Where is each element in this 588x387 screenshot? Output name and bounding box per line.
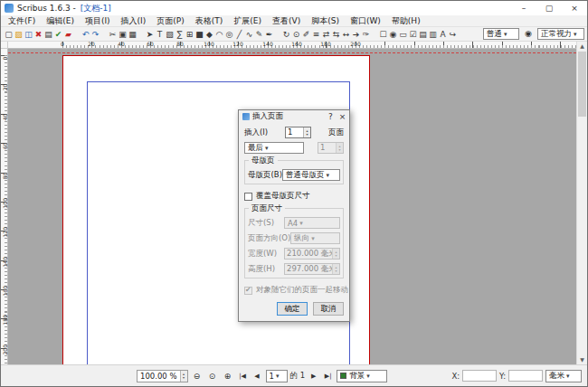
ruler-number: 100 <box>2 202 8 209</box>
ruler-origin-corner[interactable] <box>1 42 8 49</box>
window-controls: – ▢ × <box>511 1 587 15</box>
vertical-scrollbar[interactable]: ▲ ▼ <box>576 42 587 364</box>
menu-item[interactable]: 脚本(S) <box>306 15 345 27</box>
dialog-help-button[interactable]: ? <box>325 110 337 123</box>
dialog-title: 插入页面 <box>252 111 325 122</box>
current-page-select[interactable]: 1 <box>266 370 288 382</box>
zoom-level-value: 100.00 % <box>138 371 180 382</box>
scrollbar-thumb[interactable] <box>578 52 586 117</box>
zoom-in-icon[interactable]: ⊕ <box>222 370 234 382</box>
horizontal-ruler[interactable]: 020406080100120140160180200 <box>8 42 576 49</box>
insert-image-frame-icon[interactable]: ▧ <box>165 28 175 41</box>
redo-icon[interactable]: ↷ <box>90 28 100 41</box>
unlink-text-frames-icon[interactable]: ⇆ <box>331 28 341 41</box>
insert-line-icon[interactable]: ╱ <box>234 28 244 41</box>
position-select[interactable]: 最后 <box>244 142 304 154</box>
ok-button[interactable]: 确定 <box>277 302 308 316</box>
preflight-verifier-icon[interactable]: ✔ <box>53 28 63 41</box>
layer-select[interactable]: 背景 <box>337 370 387 382</box>
scroll-down-icon[interactable]: ▼ <box>577 355 587 364</box>
dialog-close-button[interactable]: × <box>337 110 348 123</box>
cancel-button[interactable]: 取消 <box>313 302 344 316</box>
close-button[interactable]: × <box>562 1 587 15</box>
story-editor-icon[interactable]: ≡ <box>311 28 321 41</box>
menu-item[interactable]: 扩展(E) <box>228 15 267 27</box>
size-value: A4 <box>288 219 298 228</box>
select-item-icon[interactable]: ➤ <box>145 28 155 41</box>
spinner-arrows-icon <box>332 249 339 259</box>
unit-select[interactable]: 毫米 <box>545 370 582 382</box>
statusbar-right: X: Y: 毫米 <box>451 370 582 382</box>
previous-page-button[interactable]: ◀ <box>251 370 263 382</box>
vision-defect-select[interactable]: 正常视力 <box>537 28 584 40</box>
copy-icon[interactable]: ▣ <box>118 28 128 41</box>
save-document-icon[interactable]: ◫ <box>24 28 33 41</box>
menu-item[interactable]: 查看(V) <box>267 15 306 27</box>
menu-item[interactable]: 页面(P) <box>151 15 189 27</box>
zoom-100-icon[interactable]: ⊙ <box>206 370 219 382</box>
next-page-button[interactable]: ▶ <box>308 370 319 382</box>
close-document-icon[interactable]: ✖ <box>33 28 43 41</box>
pdf-link-annotation-icon[interactable]: ↪ <box>448 28 458 41</box>
menu-item[interactable]: 帮助(H) <box>386 15 426 27</box>
maximize-button[interactable]: ▢ <box>536 1 562 15</box>
insert-bezier-icon[interactable]: ∿ <box>244 28 254 41</box>
measurements-icon[interactable]: ↔ <box>341 28 351 41</box>
menu-item[interactable]: 文件(F) <box>3 15 41 27</box>
menu-item[interactable]: 项目(I) <box>80 15 116 27</box>
paste-icon[interactable]: ▦ <box>128 28 138 41</box>
copy-item-properties-icon[interactable]: ➔ <box>351 28 361 41</box>
dialog-titlebar[interactable]: 插入页面 ? × <box>239 110 349 123</box>
insert-calligraphic-icon[interactable]: ✒ <box>264 28 274 41</box>
pdf-radio-button-icon[interactable]: ◉ <box>388 28 398 41</box>
last-page-button[interactable]: ▶| <box>322 370 334 382</box>
minimize-button[interactable]: – <box>511 1 536 15</box>
menu-item[interactable]: 编辑(E) <box>41 15 80 27</box>
first-page-button[interactable]: |◀ <box>237 370 249 382</box>
menu-item[interactable]: 表格(T) <box>190 15 229 27</box>
image-quality-select[interactable]: 普通 <box>483 28 519 40</box>
ruler-number: 180 <box>2 318 8 326</box>
zoom-level-spinner[interactable]: 100.00 % <box>137 370 188 382</box>
insert-render-frame-icon[interactable]: ∑ <box>175 28 185 41</box>
edit-contents-icon[interactable]: ✐ <box>301 28 311 41</box>
open-document-icon[interactable]: ▨ <box>14 28 24 41</box>
insert-text-frame-icon[interactable]: T <box>155 28 165 41</box>
pdf-push-button-icon[interactable]: ☐ <box>378 28 388 41</box>
cut-icon[interactable]: ✂ <box>108 28 118 41</box>
menu-item[interactable]: 窗口(W) <box>345 15 386 27</box>
statusbar: 100.00 % ⊖ ⊙ ⊕ |◀ ◀ 1 的 1 ▶ ▶| 背景 X: Y: … <box>1 364 587 386</box>
override-size-checkbox[interactable] <box>244 193 252 201</box>
pdf-checkbox-icon[interactable]: ☑ <box>408 28 418 41</box>
pdf-text-annotation-icon[interactable]: A <box>438 28 448 41</box>
pdf-combo-box-icon[interactable]: ▤ <box>418 28 428 41</box>
zoom-out-icon[interactable]: ⊖ <box>191 370 204 382</box>
spinner-arrows-icon[interactable] <box>180 371 187 382</box>
eyedropper-icon[interactable]: ✑ <box>361 28 371 41</box>
insert-spiral-icon[interactable]: ◎ <box>224 28 234 41</box>
save-as-pdf-icon[interactable]: ▰ <box>63 28 73 41</box>
insert-freehand-icon[interactable]: ✎ <box>254 28 264 41</box>
scroll-up-icon[interactable]: ▲ <box>577 42 587 51</box>
zoom-icon[interactable]: ⊙ <box>291 28 301 41</box>
ruler-number: 0 <box>2 55 8 62</box>
preview-mode-eye-icon[interactable]: ◉ <box>522 28 535 40</box>
insert-arc-icon[interactable]: ◠ <box>214 28 224 41</box>
menu-item[interactable]: 插入(I) <box>116 15 152 27</box>
undo-icon[interactable]: ↶ <box>81 28 90 41</box>
vertical-ruler[interactable]: 020406080100120140160180200 <box>1 49 8 364</box>
insert-table-icon[interactable]: ⊞ <box>185 28 194 41</box>
page-count-spinner[interactable]: 1 <box>285 127 311 138</box>
master-page-select[interactable]: 普通母版页 <box>282 169 340 181</box>
spinner-arrows-icon[interactable] <box>303 127 310 137</box>
pdf-list-box-icon[interactable]: ▥ <box>428 28 438 41</box>
rotate-item-icon[interactable]: ↻ <box>281 28 291 41</box>
canvas-area[interactable]: 插入页面 ? × 插入(I) 1 页面 最后 1 母版页 母版页(B) <box>8 49 576 364</box>
print-icon[interactable]: ▤ <box>43 28 53 41</box>
insert-shape-icon[interactable]: ■ <box>194 28 204 41</box>
new-document-icon[interactable]: ▢ <box>4 28 14 41</box>
titlebar[interactable]: Scribus 1.6.3 - [文档-1] – ▢ × <box>1 1 587 15</box>
link-text-frames-icon[interactable]: ⇄ <box>321 28 331 41</box>
insert-polygon-icon[interactable]: ◆ <box>204 28 214 41</box>
pdf-text-field-icon[interactable]: ▭ <box>398 28 408 41</box>
